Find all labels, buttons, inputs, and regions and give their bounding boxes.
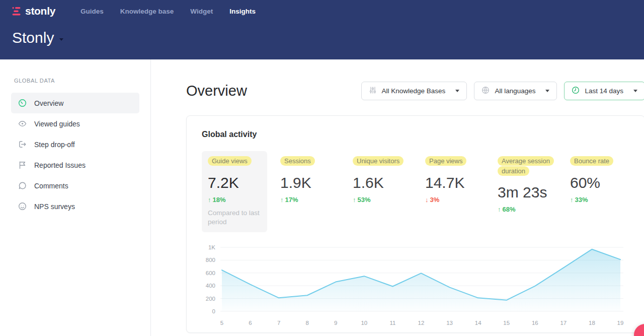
arrow-down-icon: ↓ [425,196,429,204]
y-axis-tick-label: 200 [206,296,215,302]
nav-item-guides[interactable]: Guides [80,8,104,15]
gauge-icon [18,99,27,107]
main-content: Overview All Knowledge Bases All languag… [151,59,644,336]
chevron-down-icon [455,90,459,92]
global-activity-card: Global activity Guide views 7.2K ↑18% Co… [186,115,644,333]
x-axis-tick-label: 8 [306,320,309,326]
x-axis-tick-label: 15 [503,320,510,326]
page-title: Overview [186,83,247,99]
app-header: stonly Guides Knowledge base Widget Insi… [0,0,644,59]
metric-label: Unique visitors [353,156,404,166]
nav-item-knowledge-base[interactable]: Knowledge base [120,8,174,15]
metric-value: 60% [570,174,623,191]
chevron-down-icon [633,90,637,92]
x-axis-tick-label: 7 [277,320,280,326]
comment-icon [18,181,27,190]
workspace-title-text: Stonly [12,29,54,46]
metric-guide-views[interactable]: Guide views 7.2K ↑18% Compared to last p… [202,151,267,232]
metric-delta: ↑68% [498,206,551,213]
metric-sessions[interactable]: Sessions 1.9K ↑17% [274,151,340,232]
metric-value: 1.6K [353,174,406,191]
x-axis-tick-label: 6 [249,320,252,326]
metric-page-views[interactable]: Page views 14.7K ↓3% [419,151,485,232]
metric-value: 1.9K [280,174,334,191]
metric-label: Average session duration [498,156,554,176]
content-header: Overview All Knowledge Bases All languag… [186,82,644,100]
metric-delta: ↓3% [425,196,478,204]
knowledge-bases-filter-label: All Knowledge Bases [382,87,446,95]
metric-delta: ↑33% [570,196,623,204]
metric-label: Guide views [208,156,252,166]
sidebar-item-label: Overview [34,99,63,107]
metric-delta: ↑17% [280,196,334,204]
x-axis-tick-label: 5 [220,320,223,326]
arrow-up-icon: ↑ [208,196,211,204]
sidebar-section-label: GLOBAL DATA [0,78,150,84]
metric-value: 7.2K [208,174,261,191]
metric-label: Bounce rate [570,156,613,166]
sidebar-item-label: Reported Issues [34,161,86,169]
app-body: GLOBAL DATA Overview Viewed guides Step … [0,59,644,336]
x-axis-tick-label: 14 [475,320,481,326]
y-axis-tick-label: 600 [206,270,215,276]
metric-value: 14.7K [425,174,478,191]
metric-unique-visitors[interactable]: Unique visitors 1.6K ↑53% [347,151,412,232]
x-axis-tick-label: 16 [532,320,538,326]
x-axis-tick-label: 17 [560,320,567,326]
sidebar-item-viewed-guides[interactable]: Viewed guides [11,113,139,134]
main-nav: Guides Knowledge base Widget Insights [80,8,256,15]
sliders-icon [369,86,377,96]
arrow-up-icon: ↑ [570,196,574,204]
sidebar-item-nps-surveys[interactable]: NPS surveys [11,196,139,217]
card-title: Global activity [202,130,629,139]
activity-chart: 1K80060040020005678910111213141516171819 [202,241,629,336]
sidebar-item-overview[interactable]: Overview [11,93,139,113]
x-axis-tick-label: 19 [617,320,624,326]
y-axis-tick-label: 1K [208,244,215,250]
x-axis-tick-label: 18 [589,320,595,326]
stonly-logo-icon [12,7,22,16]
arrow-up-icon: ↑ [280,196,284,204]
knowledge-bases-filter-dropdown[interactable]: All Knowledge Bases [361,82,467,100]
sidebar-item-label: Comments [34,182,68,190]
stonly-logo[interactable]: stonly [12,5,55,17]
activity-area-chart: 1K80060040020005678910111213141516171819 [202,241,625,336]
x-axis-tick-label: 13 [446,320,453,326]
y-axis-tick-label: 800 [206,257,215,263]
date-range-filter-dropdown[interactable]: Last 14 days [564,82,644,100]
clock-icon [572,86,580,96]
x-axis-tick-label: 9 [334,320,337,326]
arrow-up-icon: ↑ [498,206,501,213]
nav-item-widget[interactable]: Widget [190,8,213,15]
languages-filter-dropdown[interactable]: All languages [474,82,557,100]
sidebar-item-step-drop-off[interactable]: Step drop-off [11,134,139,155]
arrow-up-icon: ↑ [353,196,356,204]
chevron-down-icon [545,90,549,92]
chart-area-fill [222,249,620,311]
metric-bounce-rate[interactable]: Bounce rate 60% ↑33% [564,151,629,232]
filters: All Knowledge Bases All languages Last 1… [361,82,644,100]
sidebar-item-comments[interactable]: Comments [11,175,139,196]
metric-value: 3m 23s [498,184,551,201]
x-axis-tick-label: 12 [418,320,425,326]
metric-label: Sessions [280,156,315,166]
chevron-down-icon [59,38,63,41]
languages-filter-label: All languages [495,87,535,95]
workspace-row: Stonly [12,29,632,46]
sidebar-item-label: Viewed guides [34,120,80,128]
date-range-filter-label: Last 14 days [585,87,623,95]
smiley-icon [18,202,27,211]
workspace-switcher[interactable]: Stonly [12,29,63,46]
y-axis-tick-label: 0 [212,308,215,314]
eye-icon [18,119,27,128]
x-axis-tick-label: 10 [361,320,367,326]
nav-item-insights[interactable]: Insights [229,8,256,15]
sidebar-item-label: Step drop-off [34,141,75,149]
sidebar: GLOBAL DATA Overview Viewed guides Step … [0,59,151,336]
metric-delta: ↑18% [208,196,261,204]
metric-average-session-duration[interactable]: Average session duration 3m 23s ↑68% [492,151,557,232]
flag-icon [18,161,27,169]
metric-delta: ↑53% [353,196,406,204]
metric-note: Compared to last period [208,209,261,228]
sidebar-item-reported-issues[interactable]: Reported Issues [11,155,139,175]
